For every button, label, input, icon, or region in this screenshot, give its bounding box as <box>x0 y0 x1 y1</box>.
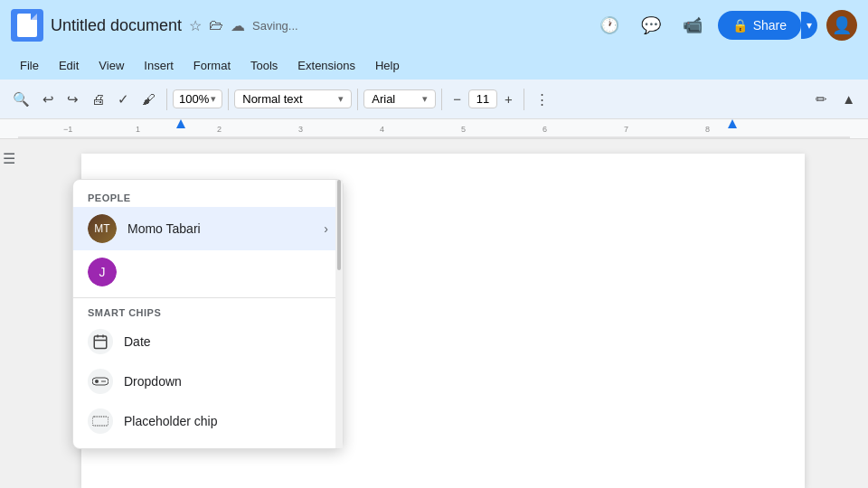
font-size-input[interactable]: 11 <box>468 89 497 108</box>
people-momo-row[interactable]: MT Momo Tabari › <box>73 207 343 250</box>
doc-area: @ Search menu PEOPLE MT Momo Tabari › J <box>18 139 868 488</box>
placeholder-chip-icon <box>88 408 113 434</box>
comments-icon[interactable]: 💬 <box>635 9 667 42</box>
separator-2 <box>228 89 229 110</box>
separator-1 <box>166 89 167 110</box>
redo-button[interactable]: ↪ <box>61 88 84 111</box>
chip-date-row[interactable]: Date <box>73 322 343 361</box>
svg-text:3: 3 <box>298 125 303 134</box>
separator-5 <box>524 89 524 110</box>
collapse-toolbar-button[interactable]: ▲ <box>836 88 861 110</box>
scroll-thumb <box>337 180 341 270</box>
svg-text:6: 6 <box>542 125 547 134</box>
momo-avatar: MT <box>88 214 117 243</box>
share-button[interactable]: 🔒 Share <box>718 11 801 40</box>
zoom-selector[interactable]: 100% ▾ <box>173 89 222 108</box>
dropdown-chip-icon <box>88 369 113 394</box>
svg-text:1: 1 <box>136 125 140 134</box>
smart-chips-section-label: SMART CHIPS <box>73 302 343 322</box>
style-value: Normal text <box>242 92 302 106</box>
date-chip-label: Date <box>124 334 151 349</box>
separator-4 <box>441 89 442 110</box>
print-button[interactable]: 🖨 <box>86 88 110 110</box>
chip-dropdown-row[interactable]: Dropdown <box>73 361 343 401</box>
svg-point-17 <box>95 380 99 383</box>
svg-rect-12 <box>94 336 107 349</box>
main-area: ☰ @ Search menu PEOPLE MT Momo Tabari › <box>0 139 868 488</box>
cloud-icon[interactable]: ☁ <box>231 17 245 34</box>
svg-text:8: 8 <box>705 125 710 134</box>
svg-marker-10 <box>176 119 185 128</box>
chip-placeholder-row[interactable]: Placeholder chip <box>73 401 343 441</box>
share-dropdown-button[interactable]: ▾ <box>801 12 817 39</box>
top-right-area: 🕐 💬 📹 🔒 Share ▾ 👤 <box>593 9 857 42</box>
j-avatar: J <box>88 258 117 286</box>
saving-status: Saving... <box>252 19 298 33</box>
doc-page: @ Search menu PEOPLE MT Momo Tabari › J <box>81 154 805 488</box>
spellcheck-button[interactable]: ✓ <box>112 88 135 111</box>
zoom-chevron-icon: ▾ <box>211 93 216 105</box>
people-j-row[interactable]: J <box>73 250 343 294</box>
menu-insert[interactable]: Insert <box>135 55 183 76</box>
font-size-increase-button[interactable]: + <box>499 88 518 110</box>
ruler-area: −1 1 2 3 4 5 6 7 8 <box>18 119 850 138</box>
svg-text:−1: −1 <box>63 125 72 134</box>
star-icon[interactable]: ☆ <box>189 17 202 34</box>
meet-icon[interactable]: 📹 <box>676 9 709 42</box>
menu-view[interactable]: View <box>90 55 133 76</box>
style-chevron-icon: ▾ <box>338 93 344 105</box>
menu-tools[interactable]: Tools <box>241 55 287 76</box>
svg-rect-16 <box>92 378 108 385</box>
placeholder-chip-label: Placeholder chip <box>124 414 218 428</box>
people-chevron-icon: › <box>324 221 328 236</box>
menu-help[interactable]: Help <box>366 55 409 76</box>
search-button[interactable]: 🔍 <box>7 88 35 111</box>
zoom-value: 100% <box>179 92 209 106</box>
svg-text:5: 5 <box>461 125 466 134</box>
dropdown-chip-label: Dropdown <box>124 374 182 389</box>
menu-extensions[interactable]: Extensions <box>288 55 364 76</box>
outline-icon[interactable]: ☰ <box>3 150 15 167</box>
font-selector[interactable]: Arial ▾ <box>363 89 436 108</box>
menu-bar: File Edit View Insert Format Tools Exten… <box>0 51 868 80</box>
folder-icon[interactable]: 🗁 <box>209 17 223 33</box>
undo-button[interactable]: ↩ <box>37 88 60 111</box>
svg-text:4: 4 <box>380 125 384 134</box>
menu-edit[interactable]: Edit <box>50 55 88 76</box>
avatar[interactable]: 👤 <box>826 10 857 41</box>
date-chip-icon <box>88 329 113 354</box>
left-panel: ☰ <box>0 139 18 488</box>
history-icon[interactable]: 🕐 <box>593 9 626 42</box>
title-area: Untitled document ☆ 🗁 ☁ Saving... <box>51 16 586 35</box>
edit-mode-button[interactable]: ✏ <box>810 88 833 111</box>
svg-text:7: 7 <box>624 125 628 134</box>
at-menu-dropdown: PEOPLE MT Momo Tabari › J SMART CHIPS <box>72 179 344 449</box>
top-bar: Untitled document ☆ 🗁 ☁ Saving... 🕐 💬 📹 … <box>0 0 868 51</box>
ruler: −1 1 2 3 4 5 6 7 8 <box>0 119 868 139</box>
svg-marker-11 <box>728 119 737 128</box>
scroll-track <box>335 180 343 448</box>
svg-text:2: 2 <box>217 125 222 134</box>
menu-file[interactable]: File <box>11 55 48 76</box>
font-size-decrease-button[interactable]: − <box>448 88 467 110</box>
menu-divider-1 <box>73 297 343 298</box>
more-options-button[interactable]: ⋮ <box>530 88 554 111</box>
doc-title: Untitled document <box>51 16 182 35</box>
font-value: Arial <box>372 92 395 106</box>
svg-rect-19 <box>92 417 108 426</box>
momo-name: Momo Tabari <box>127 221 201 236</box>
toolbar: 🔍 ↩ ↪ 🖨 ✓ 🖌 100% ▾ Normal text ▾ Arial ▾… <box>0 80 868 119</box>
menu-format[interactable]: Format <box>184 55 240 76</box>
font-chevron-icon: ▾ <box>422 93 428 105</box>
people-section-label: PEOPLE <box>73 187 343 207</box>
text-style-selector[interactable]: Normal text ▾ <box>234 89 352 108</box>
paint-format-button[interactable]: 🖌 <box>137 88 161 110</box>
doc-icon <box>11 9 43 42</box>
separator-3 <box>357 89 358 110</box>
